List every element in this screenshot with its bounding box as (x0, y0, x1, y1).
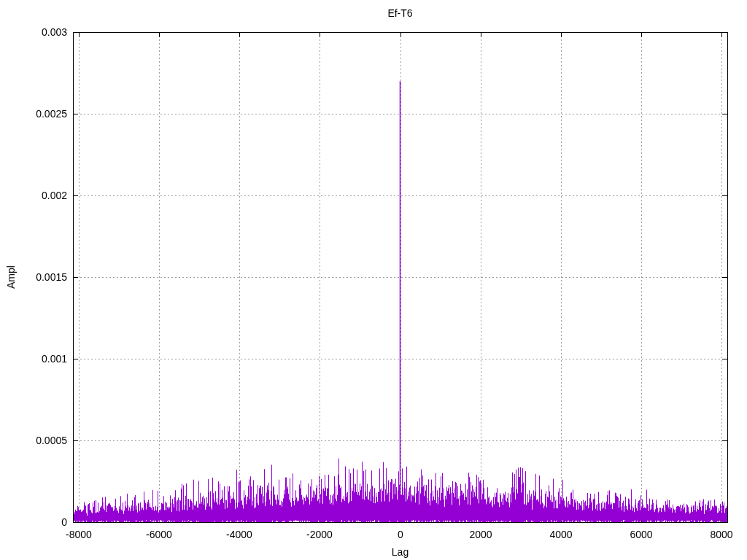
x-tick-label: -8000 (48, 529, 109, 540)
chart-title: Ef-T6 (73, 7, 727, 19)
y-tick-label: 0.003 (0, 27, 67, 37)
x-tick-label: 8000 (691, 529, 747, 540)
x-tick-label: 6000 (611, 529, 672, 540)
x-tick-label: 0 (370, 529, 431, 540)
y-tick-label: 0.002 (0, 190, 67, 201)
gnuplot-window: Ef-T6 Ampl Lag 00.00050.0010.00150.0020.… (0, 0, 747, 560)
x-tick-label: -6000 (128, 529, 190, 540)
y-tick-label: 0.001 (0, 354, 67, 364)
y-tick-label: 0 (0, 517, 67, 527)
y-tick-label: 0.0005 (0, 435, 67, 446)
y-tick-label: 0.0015 (0, 272, 67, 282)
chart-plot-canvas (0, 0, 747, 560)
x-axis-title: Lag (73, 546, 727, 558)
x-tick-label: 2000 (450, 529, 511, 540)
x-tick-label: -2000 (289, 529, 350, 540)
x-tick-label: -4000 (209, 529, 270, 540)
x-tick-label: 4000 (530, 529, 592, 540)
y-tick-label: 0.0025 (0, 109, 67, 119)
